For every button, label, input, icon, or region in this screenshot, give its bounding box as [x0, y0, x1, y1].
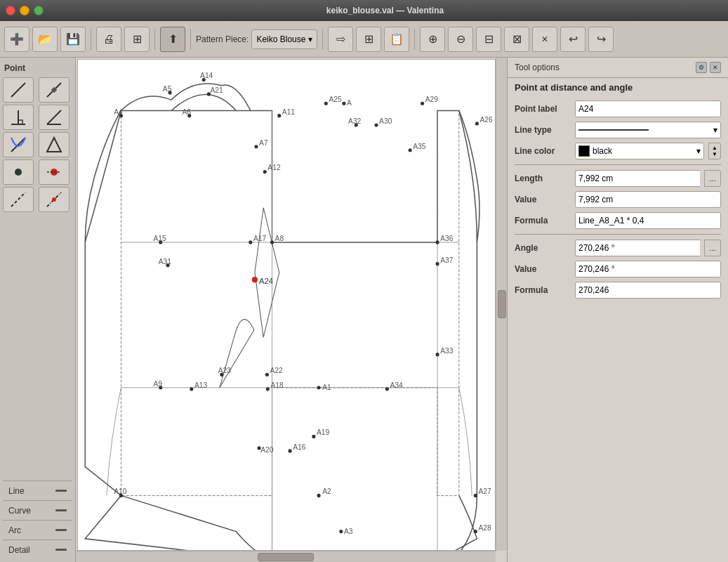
panel-close-button[interactable]: ✕: [710, 62, 721, 73]
angle-formula-input[interactable]: [575, 282, 721, 299]
svg-point-25: [342, 102, 345, 105]
length-value-input[interactable]: [575, 191, 721, 208]
canvas-area[interactable]: A24 A A1 A2 A3 A4 A5 A6 A7 A8 A9 A10 A11…: [76, 58, 507, 562]
vscrollbar[interactable]: [496, 58, 507, 551]
point-A24-dot[interactable]: [252, 277, 258, 282]
bottom-labels: Line Curve Arc Detail: [3, 481, 72, 559]
maximize-button[interactable]: [34, 6, 44, 15]
svg-text:A31: A31: [159, 258, 172, 266]
angle-label: Angle: [515, 243, 571, 253]
new-button[interactable]: ➕: [4, 27, 29, 52]
redo-button[interactable]: ↪: [588, 27, 614, 52]
line-type-select[interactable]: ▾: [575, 122, 721, 138]
angle-extra-button[interactable]: …: [704, 240, 721, 256]
tool-grid: [3, 77, 72, 212]
svg-point-15: [52, 197, 56, 202]
line-color-select[interactable]: black ▾: [575, 143, 704, 159]
canvas-svg[interactable]: A24 A A1 A2 A3 A4 A5 A6 A7 A8 A9 A10 A11…: [78, 60, 495, 550]
angle-bisector-tool[interactable]: [39, 105, 70, 130]
clipboard-button[interactable]: 📋: [384, 27, 409, 52]
section-div-1: [515, 164, 721, 165]
pattern-piece-label: Pattern Piece:: [196, 34, 249, 44]
svg-point-47: [277, 114, 281, 117]
svg-text:A5: A5: [163, 85, 172, 93]
color-label: black: [593, 146, 612, 156]
angle-value-label: Value: [515, 264, 571, 274]
pattern-piece-selector[interactable]: Keiko Blouse ▾: [251, 30, 317, 49]
point-on-line-tool[interactable]: [39, 77, 70, 103]
toolbar: ➕ 📂 💾 🖨 ⊞ ⬆ Pattern Piece: Keiko Blouse …: [0, 21, 728, 58]
line-label[interactable]: Line: [3, 481, 72, 500]
vscroll-thumb[interactable]: [498, 290, 506, 318]
svg-text:A33: A33: [440, 347, 454, 355]
line-type-preview: [578, 129, 649, 131]
toolbox-title: Point: [3, 60, 72, 77]
length-value-label: Value: [515, 195, 571, 204]
import-button[interactable]: ⇨: [328, 27, 353, 52]
dash-point-line-tool[interactable]: [39, 187, 70, 212]
svg-text:A1: A1: [322, 384, 331, 391]
zoom-out-button[interactable]: ⊖: [448, 27, 473, 52]
svg-text:A12: A12: [267, 164, 281, 171]
angle-display[interactable]: [575, 240, 700, 256]
point-label-row: Point label: [508, 98, 728, 119]
svg-point-79: [474, 530, 477, 533]
angle-value-row: Value: [508, 259, 728, 280]
svg-point-27: [317, 386, 321, 389]
zoom-in-button[interactable]: ⊕: [420, 27, 445, 52]
svg-text:A13: A13: [194, 381, 208, 389]
svg-point-93: [409, 148, 412, 152]
svg-point-73: [324, 102, 328, 105]
arc-label[interactable]: Arc: [3, 520, 72, 540]
curve-intersect-tool[interactable]: [3, 132, 34, 157]
line-color-label: Line color: [515, 146, 571, 156]
svg-point-39: [254, 145, 258, 148]
hscroll-thumb[interactable]: [258, 553, 314, 561]
panel-settings-button[interactable]: ⚙: [696, 62, 707, 73]
save-button[interactable]: 💾: [60, 27, 86, 52]
triangle-tool[interactable]: [39, 132, 70, 157]
color-chevron-icon: ▾: [696, 146, 701, 156]
point-red-tool[interactable]: [39, 159, 70, 185]
svg-text:A15: A15: [154, 235, 167, 242]
svg-text:A9: A9: [154, 380, 163, 388]
color-spin-button[interactable]: ▲▼: [708, 143, 721, 159]
perpendicular-tool[interactable]: [3, 105, 34, 130]
length-formula-row: Formula: [508, 210, 728, 231]
layout-button[interactable]: ⊞: [124, 27, 150, 52]
svg-point-63: [312, 435, 315, 438]
length-extra-button[interactable]: …: [704, 170, 721, 187]
canvas-container[interactable]: A24 A A1 A2 A3 A4 A5 A6 A7 A8 A9 A10 A11…: [77, 59, 496, 551]
select-button[interactable]: ⬆: [160, 27, 185, 52]
pattern-piece-value: Keiko Blouse: [256, 34, 305, 44]
point-label-input[interactable]: [575, 100, 721, 117]
minimize-button[interactable]: [20, 6, 29, 15]
dash-line-tool[interactable]: [3, 187, 34, 212]
length-display[interactable]: [575, 170, 700, 187]
svg-text:A2: A2: [322, 488, 331, 495]
line-segment-tool[interactable]: [3, 77, 34, 103]
svg-point-41: [270, 240, 274, 244]
length-formula-input[interactable]: [575, 212, 721, 229]
point-dot-tool[interactable]: [3, 159, 34, 185]
close-doc-button[interactable]: ✕: [532, 27, 557, 52]
detail-label[interactable]: Detail: [3, 540, 72, 559]
toolbar-sep-4: [322, 29, 323, 50]
svg-point-77: [474, 494, 477, 497]
hscrollbar[interactable]: [76, 551, 496, 562]
angle-value-input[interactable]: [575, 261, 721, 277]
close-button[interactable]: [6, 6, 15, 15]
svg-text:A21: A21: [210, 86, 223, 94]
svg-point-61: [266, 387, 270, 391]
grid-button[interactable]: ⊞: [356, 27, 381, 52]
open-button[interactable]: 📂: [32, 27, 58, 52]
curve-label[interactable]: Curve: [3, 500, 72, 520]
svg-text:A32: A32: [348, 117, 362, 125]
zoom-fit-button[interactable]: ⊟: [476, 27, 501, 52]
svg-point-95: [436, 240, 439, 244]
print-button[interactable]: 🖨: [96, 27, 121, 52]
color-swatch-black: [578, 145, 590, 157]
angle-formula-label: Formula: [515, 285, 571, 295]
undo-button[interactable]: ↩: [560, 27, 585, 52]
tile-button[interactable]: ⊠: [504, 27, 529, 52]
